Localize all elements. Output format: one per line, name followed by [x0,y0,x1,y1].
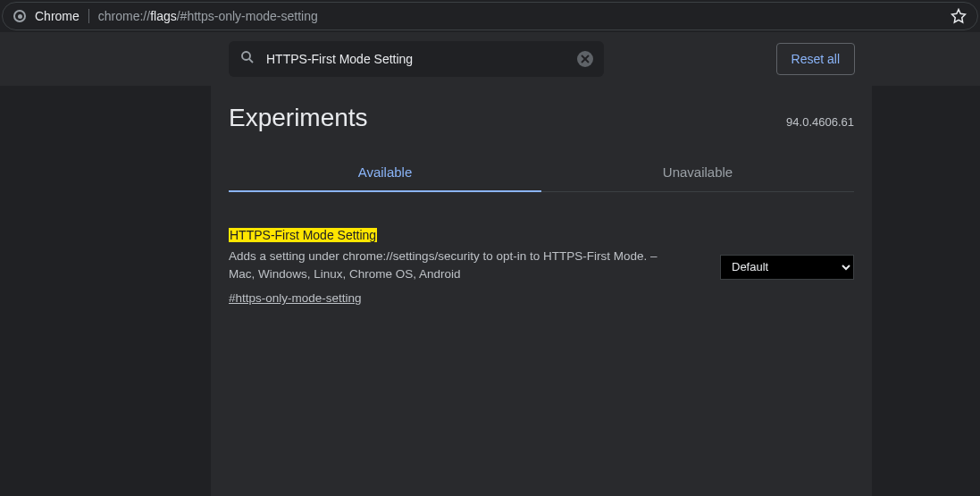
flag-state-select[interactable]: Default [720,255,854,280]
url-path: /#https-only-mode-setting [177,9,318,23]
url-host: flags [150,9,177,23]
version-label: 94.0.4606.61 [786,115,854,129]
search-input[interactable] [266,52,566,66]
tab-available[interactable]: Available [229,154,541,192]
flag-description: Adds a setting under chrome://settings/s… [229,248,684,282]
tab-bar: Available Unavailable [229,154,854,192]
svg-line-1 [249,59,253,63]
url-display[interactable]: chrome://flags/#https-only-mode-setting [98,9,318,23]
svg-point-0 [242,52,250,60]
reset-all-button[interactable]: Reset all [776,43,855,75]
bookmark-star-icon[interactable] [951,8,967,24]
flag-item: HTTPS-First Mode Setting Adds a setting … [229,228,854,306]
search-box [229,41,604,77]
content-panel: Experiments 94.0.4606.61 Available Unava… [211,86,872,496]
tab-unavailable[interactable]: Unavailable [541,154,854,191]
address-bar[interactable]: Chrome chrome://flags/#https-only-mode-s… [2,2,978,30]
flag-hash-link[interactable]: #https-only-mode-setting [229,291,362,305]
chrome-logo-icon [13,10,26,22]
search-icon [239,49,255,69]
page-title: Experiments [229,104,368,132]
browser-name: Chrome [35,9,89,23]
toolbar: Reset all [0,32,980,86]
url-scheme: chrome:// [98,9,150,23]
flag-title: HTTPS-First Mode Setting [229,228,684,242]
clear-search-icon[interactable] [577,51,593,67]
